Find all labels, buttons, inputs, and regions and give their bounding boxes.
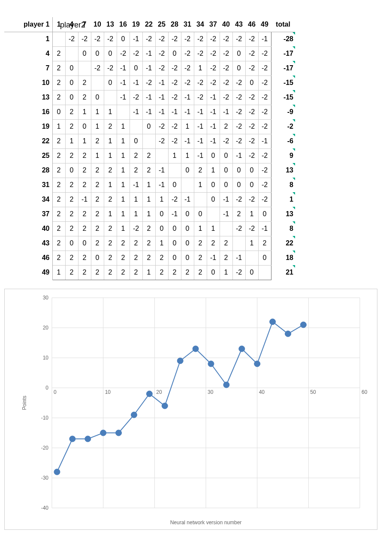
data-cell: -1 — [155, 90, 168, 105]
data-cell: 1 — [194, 178, 207, 192]
data-cell: 0 — [130, 134, 142, 148]
svg-text:-40: -40 — [41, 505, 49, 511]
data-cell: -2 — [181, 76, 194, 90]
data-cell: 1 — [181, 148, 194, 163]
col-header: 40 — [220, 17, 232, 32]
data-cell: 1 — [155, 192, 168, 207]
data-cell: 0 — [65, 76, 78, 90]
data-cell: 2 — [104, 236, 117, 251]
col-header: 31 — [181, 17, 194, 32]
data-cell: 0 — [130, 61, 142, 76]
data-cell: 0 — [194, 207, 207, 221]
col-header: 49 — [258, 17, 271, 32]
data-cell: 2 — [52, 192, 65, 207]
svg-point-40 — [208, 361, 214, 367]
data-cell: 2 — [130, 265, 142, 280]
col-header: 37 — [207, 17, 220, 32]
data-cell: 0 — [207, 178, 220, 192]
data-cell: 0 — [245, 163, 258, 178]
data-cell: 2 — [220, 119, 232, 134]
data-cell: 0 — [155, 221, 168, 236]
data-cell: 0 — [245, 265, 258, 280]
data-cell: 0 — [78, 119, 91, 134]
row-label: 4 — [4, 46, 52, 61]
svg-point-43 — [254, 361, 260, 367]
table-row: 42000-2-2-1-20-2-2-2-20-2-2-17 — [4, 46, 295, 61]
svg-point-35 — [131, 412, 137, 418]
table-body: 1-2-2-2-20-1-2-2-2-2-2-2-2-2-2-1-2842000… — [4, 32, 295, 280]
data-cell: 2 — [142, 251, 155, 265]
data-cell — [104, 90, 117, 105]
data-cell: 1 — [52, 119, 65, 134]
data-cell: -1 — [194, 134, 207, 148]
data-cell: 2 — [52, 61, 65, 76]
data-cell: 2 — [52, 207, 65, 221]
table-row: 191201210-2-21-1-12-2-2-2-2 — [4, 119, 295, 134]
data-cell: 2 — [104, 251, 117, 265]
data-cell: -1 — [207, 90, 220, 105]
svg-text:-20: -20 — [41, 445, 49, 451]
data-cell: -2 — [207, 46, 220, 61]
svg-text:Neural network version number: Neural network version number — [170, 520, 242, 526]
data-cell: -2 — [220, 134, 232, 148]
data-cell — [65, 46, 78, 61]
data-cell: -2 — [232, 32, 245, 46]
data-cell: 2 — [65, 178, 78, 192]
data-cell — [130, 119, 142, 134]
data-cell: 2 — [91, 178, 104, 192]
data-cell: 2 — [52, 46, 65, 61]
total-cell: -6 — [271, 134, 295, 148]
data-cell: 0 — [232, 61, 245, 76]
data-cell: 2 — [155, 251, 168, 265]
data-cell: 0 — [181, 163, 194, 178]
data-cell: -1 — [142, 105, 155, 119]
table-row: 222112110-2-2-1-1-1-2-2-2-1-6 — [4, 134, 295, 148]
data-cell: 2 — [52, 236, 65, 251]
data-cell — [91, 76, 104, 90]
data-cell: 2 — [65, 265, 78, 280]
data-cell: 2 — [104, 265, 117, 280]
table-row: 3422-1221111-2-10-1-2-2-21 — [4, 192, 295, 207]
data-cell: 2 — [78, 163, 91, 178]
table-row: 102020-1-1-2-1-2-2-2-2-2-20-2-15 — [4, 76, 295, 90]
data-cell: 1 — [117, 163, 130, 178]
data-cell: -2 — [258, 76, 271, 90]
data-cell: 2 — [104, 163, 117, 178]
data-cell: 1 — [245, 236, 258, 251]
data-cell: -1 — [130, 178, 142, 192]
data-cell: 0 — [207, 265, 220, 280]
row-label: 13 — [4, 90, 52, 105]
data-cell: 0 — [65, 163, 78, 178]
data-cell: -2 — [104, 32, 117, 46]
total-cell: -17 — [271, 46, 295, 61]
data-cell: -2 — [232, 119, 245, 134]
svg-point-46 — [300, 322, 306, 328]
data-cell — [207, 207, 220, 221]
data-cell: -2 — [245, 105, 258, 119]
data-cell: 1 — [142, 178, 155, 192]
data-cell: 2 — [117, 265, 130, 280]
svg-text:30: 30 — [43, 295, 49, 301]
data-cell: 1 — [194, 221, 207, 236]
svg-text:10: 10 — [105, 389, 111, 395]
data-cell: 2 — [130, 163, 142, 178]
data-cell — [258, 265, 271, 280]
data-cell: -1 — [142, 46, 155, 61]
data-cell: -1 — [194, 105, 207, 119]
col-header: 43 — [232, 17, 245, 32]
data-cell: -2 — [220, 90, 232, 105]
data-cell: -1 — [142, 61, 155, 76]
col-header: 25 — [155, 17, 168, 32]
svg-point-38 — [177, 358, 183, 364]
row-label: 1 — [4, 32, 52, 46]
table-row: 252221112211-100-1-2-29 — [4, 148, 295, 163]
svg-point-37 — [162, 403, 168, 409]
col-header: 34 — [194, 17, 207, 32]
data-cell: 0 — [207, 192, 220, 207]
header-row: player 1 1471013161922252831343740434649… — [4, 17, 295, 32]
data-cell: 2 — [91, 236, 104, 251]
row-label: 25 — [4, 148, 52, 163]
data-cell: 2 — [52, 178, 65, 192]
total-cell: 1 — [271, 192, 295, 207]
data-cell: -2 — [258, 46, 271, 61]
